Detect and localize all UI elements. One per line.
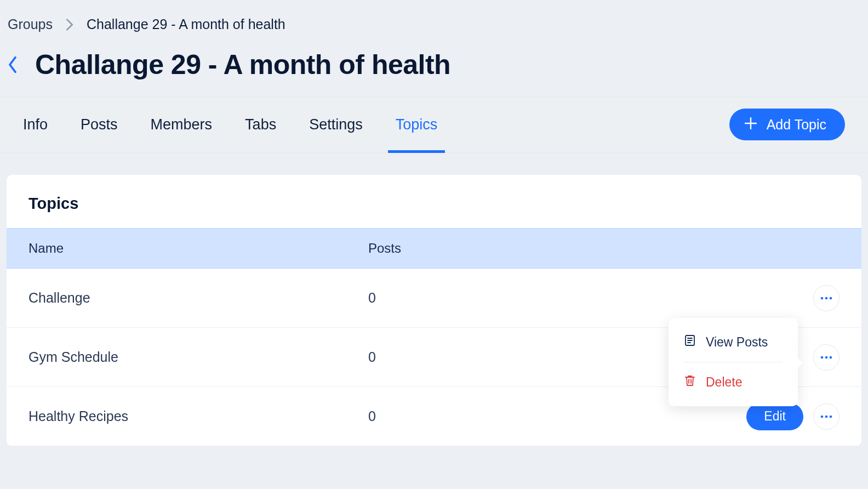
add-topic-button[interactable]: Add Topic (729, 109, 845, 140)
trash-icon (684, 374, 696, 390)
topic-posts: 0 (368, 290, 697, 306)
tab-topics[interactable]: Topics (396, 96, 438, 152)
document-icon (684, 334, 696, 350)
breadcrumb-root[interactable]: Groups (8, 16, 53, 32)
svg-point-5 (830, 356, 832, 359)
popover-divider (684, 362, 783, 362)
more-button[interactable] (813, 403, 840, 430)
topic-posts: 0 (368, 408, 697, 424)
topic-name: Challenge (28, 290, 368, 306)
popover-view-posts[interactable]: View Posts (669, 329, 798, 355)
svg-point-1 (825, 297, 828, 299)
svg-point-3 (821, 356, 824, 359)
breadcrumb: Groups Challange 29 - A month of health (0, 0, 868, 36)
col-posts: Posts (368, 241, 697, 256)
back-button[interactable] (8, 56, 18, 73)
svg-point-7 (825, 415, 828, 418)
tabs: Info Posts Members Tabs Settings Topics (23, 96, 437, 152)
more-button[interactable] (813, 344, 840, 371)
plus-icon (745, 117, 757, 133)
topic-name: Healthy Recipes (28, 408, 368, 424)
svg-point-6 (821, 415, 824, 418)
tab-info[interactable]: Info (23, 96, 48, 152)
popover-view-posts-label: View Posts (706, 335, 768, 350)
svg-point-8 (830, 415, 832, 418)
tab-tabs[interactable]: Tabs (245, 96, 276, 152)
add-topic-label: Add Topic (767, 117, 826, 133)
breadcrumb-current: Challange 29 - A month of health (87, 16, 285, 32)
col-name: Name (28, 241, 368, 256)
popover-delete[interactable]: Delete (669, 369, 798, 395)
tabbar: Info Posts Members Tabs Settings Topics … (0, 96, 868, 153)
page-title-row: Challange 29 - A month of health (0, 36, 868, 96)
tab-settings[interactable]: Settings (309, 96, 363, 152)
svg-point-0 (821, 297, 824, 299)
edit-button[interactable]: Edit (746, 403, 803, 430)
row-actions-popover: View Posts Delete (669, 318, 798, 406)
card-title: Topics (7, 175, 861, 228)
table-header: Name Posts (7, 228, 861, 269)
tab-members[interactable]: Members (151, 96, 213, 152)
topic-name: Gym Schedule (28, 349, 368, 365)
topic-posts: 0 (368, 349, 697, 365)
popover-delete-label: Delete (706, 375, 742, 390)
tab-posts[interactable]: Posts (81, 96, 118, 152)
page-title: Challange 29 - A month of health (35, 49, 450, 81)
chevron-right-icon (66, 19, 73, 31)
svg-point-2 (830, 297, 832, 299)
svg-point-4 (825, 356, 828, 359)
more-button[interactable] (813, 285, 840, 311)
